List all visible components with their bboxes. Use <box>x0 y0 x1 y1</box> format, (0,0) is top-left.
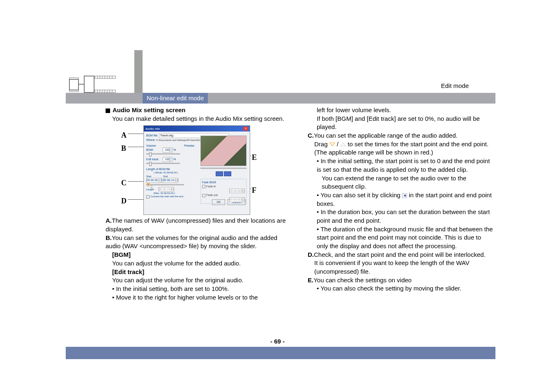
edit-mode-label: Edit mode <box>441 82 469 89</box>
fadeout-label: Fade-out <box>206 194 218 196</box>
carry-text2: If both [BGM] and [Edit track] are set t… <box>308 115 493 131</box>
fig-label-e: E <box>252 152 257 163</box>
preview-slider[interactable] <box>200 168 246 169</box>
heading-text: Audio Mix setting screen <box>113 106 186 113</box>
fadein-label: Fade-in <box>206 185 216 188</box>
vertical-grey-divider <box>134 50 143 99</box>
left-column: Audio Mix setting screen You can make de… <box>106 106 291 302</box>
max-close: ) <box>174 192 175 194</box>
audio-mix-figure: A B C D E F Audio mix × BGM file: Trav <box>118 125 258 217</box>
start-label: Start <box>146 175 163 178</box>
fig-label-b: B <box>121 143 126 154</box>
c-line1: You can set the applicable range of the … <box>314 132 458 139</box>
whole-label: ( Whole: <box>154 171 163 174</box>
end-time-stepper[interactable]: 00:08:24:28 <box>163 178 178 183</box>
preview-image <box>200 136 246 166</box>
label-a: A. <box>106 217 112 224</box>
fig-label-f: F <box>252 185 256 196</box>
e-bullet1: • You can also check the setting by movi… <box>308 284 493 293</box>
b-bullet1: • In the initial setting, both are set t… <box>106 285 291 293</box>
bgm-volume-stepper[interactable]: 100 <box>163 148 173 152</box>
fadein-checkbox[interactable] <box>202 185 205 188</box>
edit-track-volume-stepper[interactable]: 100 <box>163 157 173 162</box>
triangle-up-icon <box>340 143 346 146</box>
section-title-bar: Non-linear edit mode <box>143 93 208 104</box>
c-bullet1: • In the initial setting, the start poin… <box>308 157 493 174</box>
fade-group-label: Fade BGM <box>202 180 245 184</box>
spinner-icon <box>402 193 407 198</box>
bgm-percent: % <box>173 148 176 151</box>
connect-checkbox[interactable] <box>146 195 150 198</box>
label-e: E. <box>308 277 313 284</box>
nav-bar-bg <box>66 93 495 104</box>
length-stepper[interactable]: 00:08:24:29 <box>159 187 174 192</box>
volume-group-label: Volume <box>146 144 183 148</box>
c-line2: Drag / to set the times for the start po… <box>308 140 493 157</box>
fig-label-a: A <box>121 130 127 141</box>
edit-track-label: Edit track: <box>146 157 162 161</box>
max-label: (Max: <box>154 192 160 194</box>
whole-close: ) <box>177 171 178 174</box>
bgm-file-label: BGM file: <box>146 134 158 137</box>
connect-label: Connect the start with the end. <box>150 195 184 198</box>
stop-button[interactable] <box>224 171 231 176</box>
text-b1: You can set the volumes for the original… <box>106 234 277 250</box>
start-time-stepper[interactable]: 00:00:00:00 <box>146 178 162 183</box>
edit-track-percent: % <box>173 158 176 161</box>
right-column: left for lower volume levels. If both [B… <box>308 106 493 302</box>
bgm-volume-slider[interactable] <box>146 153 180 154</box>
bgm-label: BGM: <box>146 148 162 152</box>
fadein-stepper[interactable]: 00:00:00:00 <box>229 189 245 194</box>
end-label: End <box>164 175 168 178</box>
footer-bar <box>66 347 495 359</box>
range-slider[interactable] <box>146 184 184 185</box>
max-value: 01:56:52:24 <box>161 192 174 194</box>
label-d: D. <box>308 251 314 258</box>
play-button[interactable] <box>216 171 223 176</box>
preview-group-label: Preview <box>184 144 194 147</box>
c-bullet1-cont: You can extend the range to set the audi… <box>308 174 493 191</box>
e-text: You can check the settings on video <box>313 277 412 284</box>
svg-rect-1 <box>84 76 94 92</box>
carry-text1: left for lower volume levels. <box>308 106 493 115</box>
c-bullet2: • You can also set it by clicking in the… <box>308 191 493 208</box>
page-number: - 69 - <box>0 338 555 345</box>
audio-mix-heading: Audio Mix setting screen <box>106 106 291 115</box>
intro-text: You can make detailed settings in the Au… <box>106 115 291 123</box>
d-text2: It is convenient if you want to keep the… <box>308 259 493 276</box>
where-label: Where: <box>146 138 156 141</box>
audio-mix-dialog: Audio mix × BGM file: Travel.ckg Where: … <box>143 125 250 215</box>
svg-rect-0 <box>69 79 78 90</box>
text-a: The names of WAV (uncompressed) files an… <box>106 217 286 233</box>
dialog-titlebar: Audio mix × <box>144 126 250 131</box>
c-bullet3: • In the duration box, you can set the d… <box>308 208 493 225</box>
bgm-text: You can adjust the volume for the added … <box>106 259 291 268</box>
close-icon[interactable]: × <box>243 127 248 131</box>
label-b: B. <box>106 234 112 241</box>
fig-label-c: C <box>121 178 127 188</box>
fig-label-d: D <box>121 196 127 206</box>
fadeout-checkbox[interactable] <box>202 194 205 197</box>
edit-track-heading: [Edit track] <box>106 268 291 277</box>
edit-track-volume-slider[interactable] <box>146 163 180 164</box>
dialog-title: Audio mix <box>145 127 160 131</box>
b-bullet2: • Move it to the right for higher volume… <box>106 293 291 302</box>
edit-track-text: You can adjust the volume for the origin… <box>106 276 291 285</box>
d-text1: Check, and the start point and the end p… <box>314 251 486 258</box>
fadeout-stepper[interactable]: 00:00:00:00 <box>229 197 245 202</box>
bgm-heading: [BGM] <box>106 251 291 259</box>
c-bullet4: • The duration of the background music f… <box>308 225 493 251</box>
triangle-down-icon <box>329 143 335 146</box>
whole-value: 01:56:52:24 <box>164 171 177 174</box>
label-c: C. <box>308 132 314 139</box>
fade-bgm-group: Fade BGM Fade-in 00:00:00:00 Fade-out 00… <box>200 179 246 203</box>
